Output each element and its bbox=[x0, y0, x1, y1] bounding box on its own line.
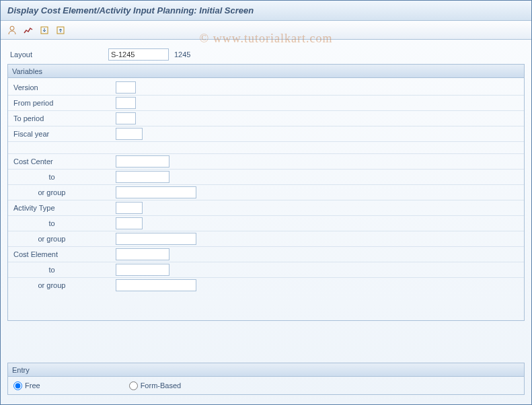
cost-center-input[interactable] bbox=[116, 155, 169, 168]
variables-header: Variables bbox=[8, 65, 524, 78]
entry-group: Entry Free Form-Based bbox=[7, 363, 525, 395]
cost-element-to-input[interactable] bbox=[116, 264, 169, 276]
entry-form-label: Form-Based bbox=[141, 381, 182, 390]
cost-element-to-label: to bbox=[8, 266, 96, 274]
from-period-input[interactable] bbox=[116, 97, 136, 109]
entry-header: Entry bbox=[8, 363, 524, 377]
activity-type-input[interactable] bbox=[116, 202, 143, 214]
fiscal-year-label: Fiscal year bbox=[8, 130, 96, 138]
entry-form-radio-item[interactable]: Form-Based bbox=[129, 381, 182, 390]
layout-label: Layout bbox=[7, 50, 108, 59]
cost-center-label: Cost Center bbox=[8, 157, 96, 165]
cost-center-to-input[interactable] bbox=[116, 171, 169, 183]
to-period-label: To period bbox=[8, 114, 96, 122]
cost-center-group-label: or group bbox=[8, 188, 96, 196]
cost-element-group-input[interactable] bbox=[116, 279, 196, 291]
export-icon[interactable] bbox=[54, 24, 67, 36]
application-toolbar bbox=[1, 21, 531, 40]
activity-type-to-label: to bbox=[8, 219, 96, 227]
variables-body: Version From period To period Fiscal yea… bbox=[8, 78, 524, 294]
entry-body: Free Form-Based bbox=[8, 377, 524, 394]
entry-free-radio[interactable] bbox=[13, 381, 22, 390]
entry-free-radio-item[interactable]: Free bbox=[13, 381, 40, 390]
activity-type-label: Activity Type bbox=[8, 204, 96, 212]
fiscal-year-input[interactable] bbox=[116, 128, 143, 140]
activity-type-to-input[interactable] bbox=[116, 217, 143, 229]
person-icon[interactable] bbox=[6, 24, 18, 36]
activity-type-group-label: or group bbox=[8, 235, 96, 243]
from-period-label: From period bbox=[8, 99, 96, 107]
cost-element-label: Cost Element bbox=[8, 250, 96, 258]
entry-free-label: Free bbox=[25, 381, 40, 390]
activity-type-group-input[interactable] bbox=[116, 233, 196, 245]
version-label: Version bbox=[8, 83, 96, 91]
variables-group: Variables Version From period To period … bbox=[7, 64, 525, 321]
import-icon[interactable] bbox=[38, 24, 50, 36]
window-title: Display Cost Element/Activity Input Plan… bbox=[7, 5, 254, 15]
chart-icon[interactable] bbox=[22, 24, 34, 36]
svg-point-0 bbox=[10, 26, 14, 30]
entry-form-radio[interactable] bbox=[129, 381, 138, 390]
content-area: Layout 1245 Variables Version From perio… bbox=[1, 40, 531, 321]
layout-desc: 1245 bbox=[174, 50, 190, 59]
sap-window: Display Cost Element/Activity Input Plan… bbox=[0, 0, 532, 405]
cost-element-group-label: or group bbox=[8, 281, 96, 289]
title-bar: Display Cost Element/Activity Input Plan… bbox=[1, 1, 531, 21]
cost-center-to-label: to bbox=[8, 173, 96, 181]
layout-row: Layout 1245 bbox=[7, 46, 525, 63]
cost-center-group-input[interactable] bbox=[116, 186, 196, 198]
to-period-input[interactable] bbox=[116, 112, 136, 124]
layout-input[interactable] bbox=[108, 48, 169, 61]
version-input[interactable] bbox=[116, 81, 136, 94]
cost-element-input[interactable] bbox=[116, 248, 169, 260]
